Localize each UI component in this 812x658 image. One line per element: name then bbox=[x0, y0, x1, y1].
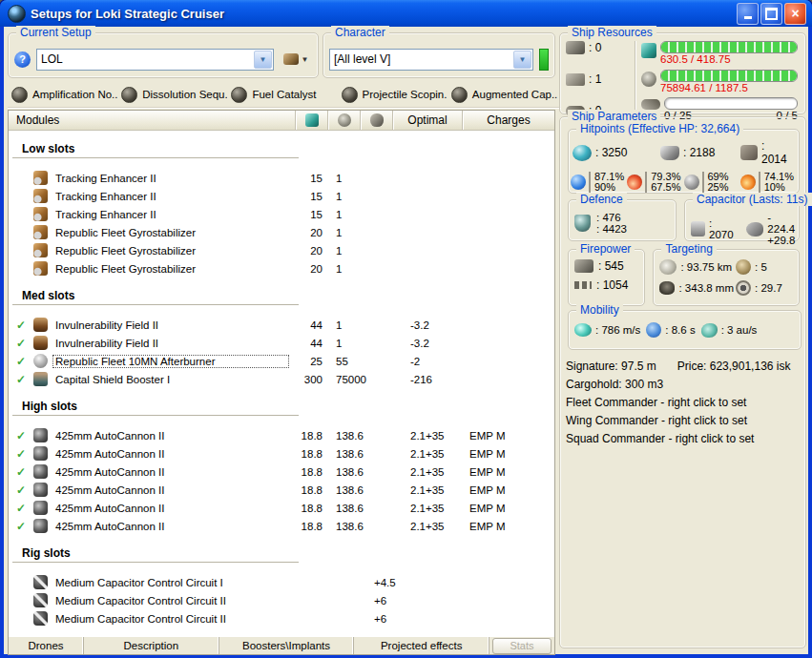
ship-parameters-label: Ship Parameters bbox=[568, 110, 660, 123]
fit-menu-button[interactable]: ▼ bbox=[280, 49, 312, 70]
powergrid-icon bbox=[641, 72, 656, 87]
module-pg-value: 138.6 bbox=[323, 430, 410, 442]
character-label: Character bbox=[331, 26, 389, 39]
em-resist: 87.1%90% bbox=[571, 172, 627, 193]
character-combobox-dropdown-button[interactable]: ▼ bbox=[513, 51, 531, 69]
tab-drones[interactable]: Drones bbox=[9, 637, 84, 654]
module-cpu-value: 44 bbox=[288, 319, 323, 331]
hardpoint-count-value: : 1 bbox=[589, 72, 601, 86]
module-row[interactable]: ✓425mm AutoCannon II18.8138.62.1+35EMP M bbox=[9, 463, 554, 481]
module-row[interactable]: ✓Republic Fleet 10MN Afterburner2555-2 bbox=[9, 352, 554, 370]
modules-column-header[interactable]: Modules bbox=[9, 113, 295, 127]
subsystem-tab-3[interactable]: Projectile Scopin... bbox=[342, 87, 448, 103]
title-bar: Setups for Loki Strategic Cruiser × bbox=[0, 0, 812, 27]
subsystem-icon bbox=[231, 87, 247, 103]
align-time: : 8.6 s bbox=[646, 322, 695, 338]
capacitor-column-header[interactable] bbox=[360, 111, 392, 130]
targeting-range: : 93.75 km bbox=[659, 259, 734, 275]
fitted-check-icon: ✓ bbox=[16, 355, 33, 368]
stats-button[interactable]: Stats bbox=[492, 638, 552, 654]
module-cpu-value: 20 bbox=[288, 245, 323, 257]
module-name: Medium Capacitor Control Circuit I bbox=[53, 577, 288, 588]
tab-boosters-implants[interactable]: Boosters\Implants bbox=[219, 637, 355, 654]
module-row[interactable]: ✓Invulnerability Field II441-3.2 bbox=[9, 316, 554, 334]
module-pg-value: 138.6 bbox=[323, 521, 410, 532]
module-row[interactable]: ✓Capital Shield Booster I30075000-216 bbox=[9, 370, 554, 388]
gyrostabilizer-icon bbox=[33, 243, 48, 257]
module-cpu-value: 20 bbox=[288, 263, 323, 275]
module-row[interactable]: ✓425mm AutoCannon II18.8138.62.1+35EMP M bbox=[9, 444, 554, 463]
charges-column-header[interactable]: Charges bbox=[462, 111, 554, 130]
module-row[interactable]: Republic Fleet Gyrostabilizer201 bbox=[9, 223, 554, 241]
module-name: 425mm AutoCannon II bbox=[53, 466, 288, 478]
signature-value: Signature: 97.5 m bbox=[566, 358, 656, 376]
module-row[interactable]: ✓425mm AutoCannon II18.8138.62.1+35EMP M bbox=[9, 517, 554, 535]
module-pg-value: 138.6 bbox=[323, 484, 410, 496]
module-row[interactable]: Medium Capacitor Control Circuit I+4.5 bbox=[9, 573, 554, 591]
character-combobox[interactable]: [All level V] ▼ bbox=[329, 49, 533, 71]
capacitor-label: Capacitor (Lasts: 11s) bbox=[693, 193, 812, 206]
module-row[interactable]: Tracking Enhancer II151 bbox=[9, 169, 554, 187]
gyrostabilizer-icon bbox=[33, 261, 48, 276]
module-row[interactable]: Medium Capacitor Control Circuit II+6 bbox=[9, 591, 554, 609]
subsystem-icon bbox=[11, 87, 28, 103]
subsystem-tab-2[interactable]: Fuel Catalyst bbox=[231, 87, 337, 103]
autocannon-icon bbox=[33, 428, 48, 442]
maximize-button[interactable] bbox=[760, 3, 782, 25]
module-cpu-value: 15 bbox=[288, 209, 323, 220]
module-name: Republic Fleet Gyrostabilizer bbox=[53, 263, 288, 275]
hardpoint-counter: : 1 bbox=[566, 72, 635, 86]
module-name: 425mm AutoCannon II bbox=[53, 484, 288, 496]
armor-hp: : 2188 bbox=[660, 146, 740, 160]
subsystem-tab-4[interactable]: Augmented Cap... bbox=[451, 87, 557, 103]
subsystem-tab-1[interactable]: Dissolution Sequ... bbox=[121, 87, 227, 103]
minimize-button[interactable] bbox=[737, 3, 759, 25]
module-section-heading: High slots bbox=[9, 400, 554, 413]
help-button[interactable]: ? bbox=[14, 51, 31, 68]
close-button[interactable]: × bbox=[784, 3, 806, 25]
module-row[interactable]: Tracking Enhancer II151 bbox=[9, 187, 554, 205]
module-row[interactable]: Tracking Enhancer II151 bbox=[9, 205, 554, 223]
current-setup-label: Current Setup bbox=[16, 26, 95, 39]
powergrid-column-header[interactable] bbox=[327, 111, 360, 130]
fleet-commander-hint[interactable]: Fleet Commander - right click to set bbox=[566, 394, 801, 412]
module-name: Republic Fleet Gyrostabilizer bbox=[53, 227, 288, 238]
module-row[interactable]: Republic Fleet Gyrostabilizer201 bbox=[9, 259, 554, 278]
setup-combobox[interactable]: LOL ▼ bbox=[36, 49, 274, 71]
squad-commander-hint[interactable]: Squad Commander - right click to set bbox=[566, 430, 801, 448]
hardpoint-counter: : 0 bbox=[566, 41, 635, 54]
fitted-check-icon: ✓ bbox=[16, 373, 33, 386]
current-setup-group: Current Setup ? LOL ▼ ▼ bbox=[8, 32, 319, 78]
warp-drive-icon bbox=[701, 323, 718, 338]
section-divider bbox=[12, 304, 299, 308]
module-row[interactable]: Medium Capacitor Control Circuit II+6 bbox=[9, 609, 554, 627]
rig-calibration-value: +6 bbox=[374, 595, 386, 607]
setup-combobox-dropdown-button[interactable]: ▼ bbox=[254, 51, 272, 69]
module-row[interactable]: ✓425mm AutoCannon II18.8138.62.1+35EMP M bbox=[9, 426, 554, 444]
mobility-label: Mobility bbox=[576, 303, 623, 317]
cpu-column-header[interactable] bbox=[295, 111, 327, 130]
module-pg-value: 1 bbox=[323, 191, 410, 202]
eft-setups-window: Setups for Loki Strategic Cruiser × Curr… bbox=[0, 0, 812, 658]
tracking-enhancer-icon bbox=[33, 189, 48, 203]
module-row[interactable]: Republic Fleet Gyrostabilizer201 bbox=[9, 241, 554, 259]
module-charge-value: EMP M bbox=[469, 521, 554, 532]
tab-description[interactable]: Description bbox=[84, 637, 219, 654]
module-cpu-value: 18.8 bbox=[288, 484, 323, 496]
module-row[interactable]: ✓Invulnerability Field II441-3.2 bbox=[9, 334, 554, 352]
module-pg-value: 1 bbox=[323, 338, 410, 349]
rig-icon bbox=[33, 611, 48, 626]
module-cpu-value: 18.8 bbox=[288, 448, 323, 460]
wing-commander-hint[interactable]: Wing Commander - right click to set bbox=[566, 412, 801, 430]
module-row[interactable]: ✓425mm AutoCannon II18.8138.62.1+35EMP M bbox=[9, 481, 554, 499]
optimal-column-header[interactable]: Optimal bbox=[392, 111, 462, 130]
resistances-row: 87.1%90%79.3%67.5%69%25%74.1%10% bbox=[569, 166, 799, 193]
character-combobox-value: [All level V] bbox=[330, 52, 512, 66]
module-row[interactable]: ✓425mm AutoCannon II18.8138.62.1+35EMP M bbox=[9, 499, 554, 517]
tab-projected-effects[interactable]: Projected effects bbox=[354, 637, 489, 654]
speed-icon bbox=[574, 323, 592, 337]
subsystem-tab-0[interactable]: Amplification No... bbox=[11, 87, 117, 103]
character-group: Character [All level V] ▼ bbox=[323, 32, 555, 78]
armor-resist-value: 67.5% bbox=[651, 182, 680, 193]
module-pg-value: 75000 bbox=[323, 374, 410, 385]
